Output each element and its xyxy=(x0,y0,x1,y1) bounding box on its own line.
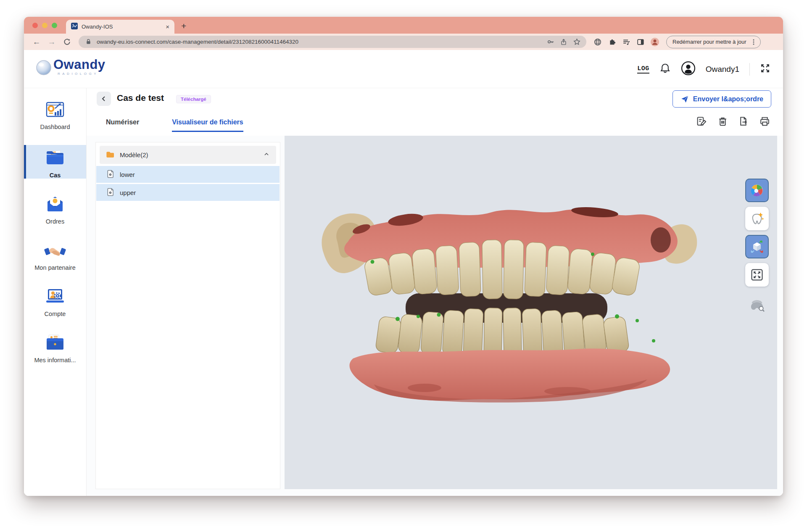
browser-toolbar: ← → owandy-eu.ios-connect.com/case-manag… xyxy=(24,34,783,50)
send-order-label: Envoyer l&apos;ordre xyxy=(693,95,763,103)
tab-visualiseur-de-fichiers[interactable]: Visualiseur de fichiers xyxy=(172,119,243,132)
back-button[interactable] xyxy=(97,92,111,106)
password-key-icon[interactable] xyxy=(546,37,555,47)
chevron-left-icon xyxy=(100,95,108,103)
extensions-puzzle-icon[interactable] xyxy=(607,37,617,47)
file-tree-panel: Modèle(2) lower upper xyxy=(95,142,280,489)
folder-group-header[interactable]: Modèle(2) xyxy=(100,146,276,164)
tooth-beautify-button[interactable] xyxy=(745,207,769,230)
divider xyxy=(749,63,750,76)
log-button[interactable]: LOG xyxy=(637,65,649,74)
tooth-sparkle-icon xyxy=(750,211,764,226)
paper-plane-icon xyxy=(680,95,689,103)
reading-list-icon[interactable] xyxy=(622,37,631,47)
reload-icon[interactable] xyxy=(60,35,74,49)
fit-to-screen-button[interactable] xyxy=(745,263,769,287)
account-laptop-icon xyxy=(43,286,67,308)
send-order-button[interactable]: Envoyer l&apos;ordre xyxy=(672,90,771,108)
notifications-bell-icon[interactable] xyxy=(659,63,671,76)
orders-envelope-icon xyxy=(43,193,67,216)
new-tab-button[interactable]: + xyxy=(181,21,186,31)
cube-axes-icon xyxy=(750,240,764,254)
case-folder-icon xyxy=(43,147,67,170)
dental-scan-model xyxy=(298,190,710,409)
fullscreen-icon[interactable] xyxy=(760,63,770,75)
delete-order-icon[interactable] xyxy=(717,116,728,127)
sidebar-item-dashboard[interactable]: Dashboard xyxy=(24,99,86,130)
lock-icon xyxy=(84,37,93,47)
color-wheel-icon xyxy=(750,183,764,198)
kebab-menu-icon xyxy=(750,39,757,45)
print-icon[interactable] xyxy=(759,116,770,127)
favicon xyxy=(71,23,78,31)
status-badge: Téléchargé xyxy=(176,95,211,103)
logo-text: Owandy xyxy=(53,58,105,72)
app-header: Owandy RADIOLOGY LOG Owandy1 xyxy=(24,50,783,88)
chevron-up-icon[interactable] xyxy=(263,150,270,160)
partner-handshake-icon xyxy=(43,240,67,262)
orientation-cube-button[interactable] xyxy=(745,235,769,258)
back-icon[interactable]: ← xyxy=(30,35,43,49)
sidebar-item-mes-informations[interactable]: Mes informati... xyxy=(24,332,86,363)
side-panel-icon[interactable] xyxy=(636,37,645,47)
extension-globe-icon[interactable] xyxy=(593,37,602,47)
browser-window: Owandy-IOS × + ← → owandy-eu.ios-connect… xyxy=(24,17,783,496)
url-text: owandy-eu.ios-connect.com/case-managemen… xyxy=(97,39,542,45)
model-file-icon xyxy=(106,187,114,198)
my-info-folder-icon xyxy=(43,332,67,355)
edit-order-icon[interactable] xyxy=(696,116,707,127)
header-actions: LOG Owandy1 xyxy=(637,50,770,88)
expand-arrows-icon xyxy=(750,268,764,282)
window-controls xyxy=(32,23,57,28)
jaw-articulator-icon xyxy=(749,297,765,312)
case-actions xyxy=(696,116,770,127)
file-row-lower[interactable]: lower xyxy=(96,166,280,183)
browser-tab[interactable]: Owandy-IOS × xyxy=(66,20,174,34)
restart-to-update-button[interactable]: Redémarrer pour mettre à jour xyxy=(666,36,761,48)
dashboard-chart-icon xyxy=(43,99,67,121)
logo-sphere-icon xyxy=(35,58,53,77)
logo-subtitle: RADIOLOGY xyxy=(53,72,105,76)
bookmark-star-icon[interactable] xyxy=(572,37,581,47)
sidebar-item-mon-partenaire[interactable]: Mon partenaire xyxy=(24,240,86,271)
address-bar[interactable]: owandy-eu.ios-connect.com/case-managemen… xyxy=(79,36,586,48)
close-window-button[interactable] xyxy=(32,23,38,28)
sidebar-item-ordres[interactable]: Ordres xyxy=(24,193,86,225)
restart-to-update-label: Redémarrer pour mettre à jour xyxy=(672,39,746,45)
desktop: Owandy-IOS × + ← → owandy-eu.ios-connect… xyxy=(0,0,807,532)
sidebar-item-compte[interactable]: Compte xyxy=(24,286,86,317)
owandy-logo: Owandy RADIOLOGY xyxy=(35,58,105,77)
color-mode-button[interactable] xyxy=(745,179,769,202)
browser-tab-bar: Owandy-IOS × + xyxy=(24,17,783,34)
forward-icon[interactable]: → xyxy=(45,35,58,49)
app-root: Owandy RADIOLOGY LOG Owandy1 xyxy=(24,50,783,496)
folder-label: Modèle(2) xyxy=(120,151,257,158)
zoom-window-button[interactable] xyxy=(52,23,57,28)
username[interactable]: Owandy1 xyxy=(706,65,739,74)
tabs: Numériser Visualiseur de fichiers xyxy=(106,119,243,132)
tab-title: Owandy-IOS xyxy=(82,24,162,30)
extension-icons xyxy=(593,37,659,47)
file-name: upper xyxy=(120,189,136,196)
tab-numeriser[interactable]: Numériser xyxy=(106,119,139,132)
user-avatar-icon[interactable] xyxy=(681,61,696,77)
main-content: Cas de test Téléchargé Envoyer l&apos;or… xyxy=(87,88,783,496)
browser-profile-avatar[interactable] xyxy=(650,37,659,47)
sidebar-item-cas[interactable]: Cas xyxy=(24,147,86,179)
tab-close-icon[interactable]: × xyxy=(166,24,169,30)
folder-icon xyxy=(105,150,114,160)
bite-articulation-button[interactable] xyxy=(745,292,769,316)
share-icon[interactable] xyxy=(559,37,568,47)
model-file-icon xyxy=(106,169,114,180)
sidebar-nav: Dashboard Cas Ordres Mon partenaire xyxy=(24,88,87,496)
case-title: Cas de test xyxy=(117,93,164,103)
case-header: Cas de test Téléchargé Envoyer l&apos;or… xyxy=(87,88,783,136)
export-file-icon[interactable] xyxy=(738,116,749,127)
file-name: lower xyxy=(120,171,135,178)
file-row-upper[interactable]: upper xyxy=(96,184,280,201)
minimize-window-button[interactable] xyxy=(42,23,47,28)
model-viewer[interactable] xyxy=(285,136,777,489)
